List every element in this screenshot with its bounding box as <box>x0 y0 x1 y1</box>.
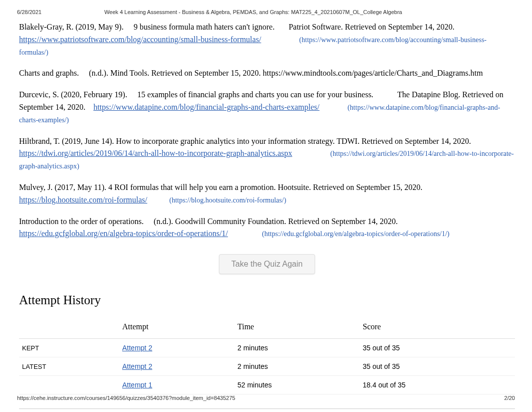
table-header-score: Score <box>360 318 515 339</box>
attempt-history-table: Attempt Time Score KEPT Attempt 2 2 minu… <box>19 318 515 394</box>
attempt-time: 52 minutes <box>234 376 360 394</box>
attempt-time: 2 minutes <box>234 357 360 376</box>
reference-item: Charts and graphs. (n.d.). Mind Tools. R… <box>19 67 515 80</box>
attempt-score: 18.4 out of 35 <box>360 376 515 394</box>
reference-item: Hiltbrand, T. (2019, June 14). How to in… <box>19 135 515 172</box>
table-row: Attempt 1 52 minutes 18.4 out of 35 <box>19 376 515 394</box>
reference-text: Charts and graphs. (n.d.). Mind Tools. R… <box>19 69 483 77</box>
attempt-history-title: Attempt History <box>19 293 515 307</box>
attempt-tag: KEPT <box>22 344 39 352</box>
reference-link[interactable]: https://blog.hootsuite.com/roi-formulas/ <box>19 195 147 204</box>
attempt-score: 35 out of 35 <box>360 339 515 357</box>
take-quiz-again-button[interactable]: Take the Quiz Again <box>219 254 315 274</box>
footer-page-number: 2/20 <box>504 395 515 401</box>
reference-text: Hiltbrand, T. (2019, June 14). How to in… <box>19 137 471 145</box>
attempt-score: 35 out of 35 <box>360 357 515 376</box>
separator <box>19 408 515 409</box>
table-header-blank <box>19 318 119 339</box>
page-header: 6/28/2021 Week 4 Learning Assessment - B… <box>0 0 532 17</box>
reference-text: Introduction to the order of operations.… <box>19 217 398 226</box>
table-header-attempt: Attempt <box>119 318 234 339</box>
reference-link[interactable]: https://www.patriotsoftware.com/blog/acc… <box>19 35 261 44</box>
attempt-link[interactable]: Attempt 2 <box>122 344 152 352</box>
attempt-time: 2 minutes <box>234 339 360 357</box>
reference-item: Durcevic, S. (2020, February 19). 15 exa… <box>19 89 515 126</box>
footer-url: https://cehe.instructure.com/courses/149… <box>17 395 235 401</box>
table-header-time: Time <box>234 318 360 339</box>
reference-item: Introduction to the order of operations.… <box>19 216 515 241</box>
reference-link-paren: (https://blog.hootsuite.com/roi-formulas… <box>169 196 286 204</box>
reference-link[interactable]: https://tdwi.org/articles/2019/06/14/arc… <box>19 149 292 157</box>
reference-link[interactable]: https://www.datapine.com/blog/financial-… <box>93 103 319 111</box>
reference-item: Blakely-Gray, R. (2019, May 9). 9 busine… <box>19 21 515 58</box>
reference-link-paren: (https://edu.gcfglobal.org/en/algebra-to… <box>262 230 449 238</box>
table-row: LATEST Attempt 2 2 minutes 35 out of 35 <box>19 357 515 376</box>
attempt-link[interactable]: Attempt 2 <box>122 362 152 370</box>
reference-text: Blakely-Gray, R. (2019, May 9). 9 busine… <box>19 23 454 31</box>
table-header-row: Attempt Time Score <box>19 318 515 339</box>
header-title: Week 4 Learning Assessment - Business & … <box>0 9 515 15</box>
attempt-tag: LATEST <box>22 363 46 370</box>
attempt-link[interactable]: Attempt 1 <box>122 381 152 389</box>
page-footer: https://cehe.instructure.com/courses/149… <box>17 395 515 401</box>
reference-link[interactable]: https://edu.gcfglobal.org/en/algebra-top… <box>19 229 228 238</box>
reference-text: Mulvey, J. (2017, May 11). 4 ROI formula… <box>19 183 422 191</box>
main-content: Blakely-Gray, R. (2019, May 9). 9 busine… <box>0 17 532 409</box>
reference-item: Mulvey, J. (2017, May 11). 4 ROI formula… <box>19 181 515 207</box>
table-row: KEPT Attempt 2 2 minutes 35 out of 35 <box>19 339 515 357</box>
